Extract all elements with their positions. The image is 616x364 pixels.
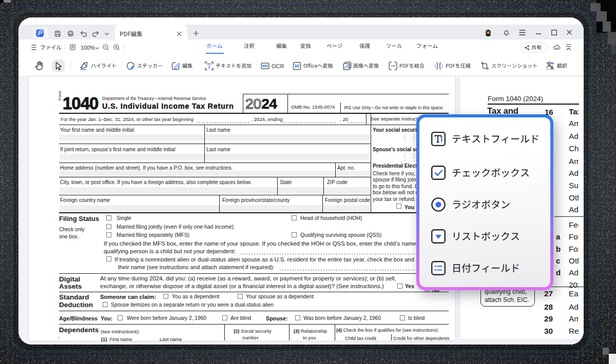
svg-text:OCR: OCR (263, 65, 267, 67)
svg-text:A: A (550, 65, 553, 70)
